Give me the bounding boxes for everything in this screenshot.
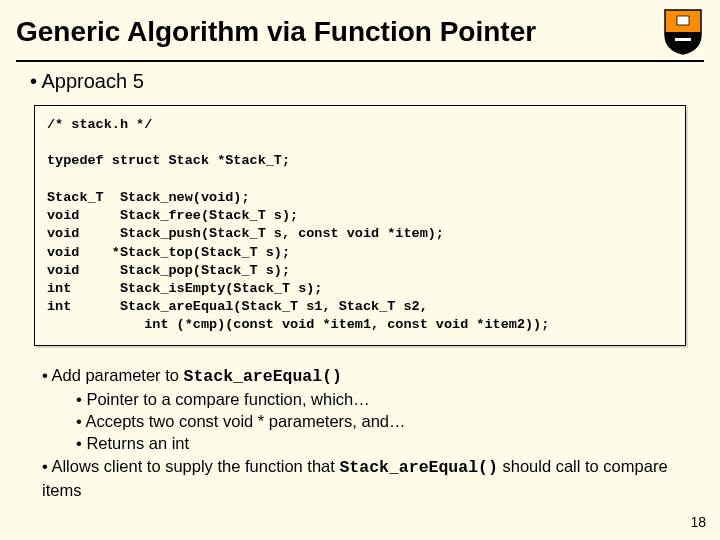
title-divider [16, 60, 704, 62]
svg-rect-0 [677, 16, 689, 25]
svg-rect-1 [675, 38, 691, 41]
code-box: /* stack.h */ typedef struct Stack *Stac… [34, 105, 686, 346]
note-text: Allows client to supply the function tha… [51, 457, 339, 475]
slide-content: Approach 5 /* stack.h */ typedef struct … [0, 70, 720, 501]
note-text: Add parameter to [51, 366, 183, 384]
note-code: Stack_areEqual() [184, 367, 342, 386]
note-compare-pointer: Pointer to a compare function, which… [76, 388, 692, 410]
page-number: 18 [690, 514, 706, 530]
code-listing: /* stack.h */ typedef struct Stack *Stac… [47, 116, 673, 335]
note-add-parameter: Add parameter to Stack_areEqual() [42, 364, 692, 388]
notes-list: Add parameter to Stack_areEqual() Pointe… [42, 364, 692, 502]
note-params: Accepts two const void * parameters, and… [76, 410, 692, 432]
approach-heading: Approach 5 [30, 70, 692, 93]
title-row: Generic Algorithm via Function Pointer [0, 0, 720, 60]
note-return: Returns an int [76, 432, 692, 454]
slide-title: Generic Algorithm via Function Pointer [16, 16, 662, 48]
note-code: Stack_areEqual() [339, 458, 497, 477]
princeton-crest-icon [662, 8, 704, 56]
note-allows-client: Allows client to supply the function tha… [42, 455, 692, 502]
